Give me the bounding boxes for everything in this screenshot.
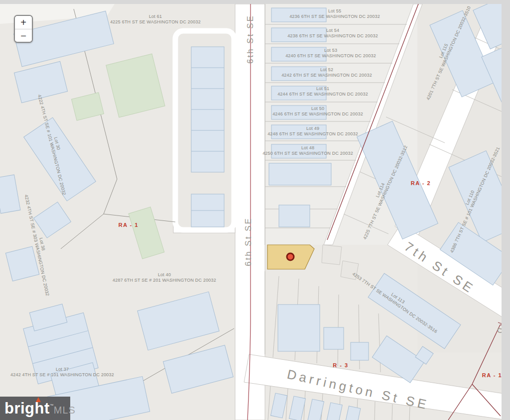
svg-text:4244 6TH ST SE WASHINGTON DC 2: 4244 6TH ST SE WASHINGTON DC 20032	[277, 92, 368, 97]
svg-text:Lot 53: Lot 53	[324, 48, 337, 53]
svg-text:RA - 2: RA - 2	[411, 180, 431, 186]
svg-text:Lot 48: Lot 48	[301, 145, 314, 150]
plat-map: Lot 614225 6TH ST SE WASHINGTON DC 20032…	[0, 0, 510, 420]
page-edge-right	[502, 0, 510, 420]
page-edge-top	[0, 0, 510, 4]
svg-text:6th St SE: 6th St SE	[246, 14, 255, 64]
svg-text:4225 6TH ST SE WASHINGTON DC 2: 4225 6TH ST SE WASHINGTON DC 20032	[110, 19, 201, 24]
svg-text:Lot 37: Lot 37	[56, 367, 69, 372]
svg-text:4248 6TH ST SE WASHINGTON DC 2: 4248 6TH ST SE WASHINGTON DC 20032	[267, 131, 358, 136]
svg-text:Lot 40: Lot 40	[158, 272, 171, 277]
svg-text:Lot 52: Lot 52	[320, 67, 333, 72]
svg-text:RA - 1: RA - 1	[482, 372, 502, 378]
svg-text:4238 6TH ST SE WASHINGTON DC 2: 4238 6TH ST SE WASHINGTON DC 20032	[287, 33, 378, 38]
trademark-symbol: ™	[50, 398, 54, 413]
svg-text:4242 4TH ST SE # 101 WASHINGTO: 4242 4TH ST SE # 101 WASHINGTON DC 20032	[10, 372, 114, 377]
logo-mls-text: MLS	[54, 405, 76, 416]
svg-text:4246 6TH ST SE WASHINGTON DC 2: 4246 6TH ST SE WASHINGTON DC 20032	[272, 111, 363, 116]
svg-text:Lot 61: Lot 61	[149, 14, 162, 19]
svg-text:4242 6TH ST SE WASHINGTON DC 2: 4242 6TH ST SE WASHINGTON DC 20032	[281, 73, 372, 78]
svg-text:4250 6TH ST SE WASHINGTON DC 2: 4250 6TH ST SE WASHINGTON DC 20032	[262, 151, 353, 156]
svg-text:R - 3: R - 3	[333, 362, 348, 368]
svg-text:4236 6TH ST SE WASHINGTON DC 2: 4236 6TH ST SE WASHINGTON DC 20032	[289, 14, 380, 19]
svg-text:4287 6TH ST SE # 201 WASHINGTO: 4287 6TH ST SE # 201 WASHINGTON DC 20032	[113, 278, 216, 283]
map-canvas[interactable]: Lot 614225 6TH ST SE WASHINGTON DC 20032…	[0, 0, 510, 420]
map-zoom-control: + −	[14, 15, 33, 43]
svg-text:Lot 55: Lot 55	[328, 8, 341, 13]
svg-text:Lot 54: Lot 54	[326, 28, 339, 33]
bright-mls-logo: bright ™ MLS	[0, 397, 70, 420]
svg-text:Lot 51: Lot 51	[316, 86, 329, 91]
svg-text:RA - 1: RA - 1	[119, 222, 138, 228]
zoom-out-button[interactable]: −	[15, 29, 32, 42]
zoom-in-button[interactable]: +	[15, 16, 32, 29]
svg-text:Lot 49: Lot 49	[306, 126, 319, 131]
svg-text:4240 6TH ST SE WASHINGTON DC 2: 4240 6TH ST SE WASHINGTON DC 20032	[285, 53, 376, 58]
logo-brand-text: bright ™	[4, 401, 50, 416]
svg-text:Lot 50: Lot 50	[311, 106, 324, 111]
flame-icon	[36, 397, 41, 402]
svg-text:6th St SE: 6th St SE	[244, 217, 253, 266]
selected-parcel-marker[interactable]	[287, 253, 294, 260]
